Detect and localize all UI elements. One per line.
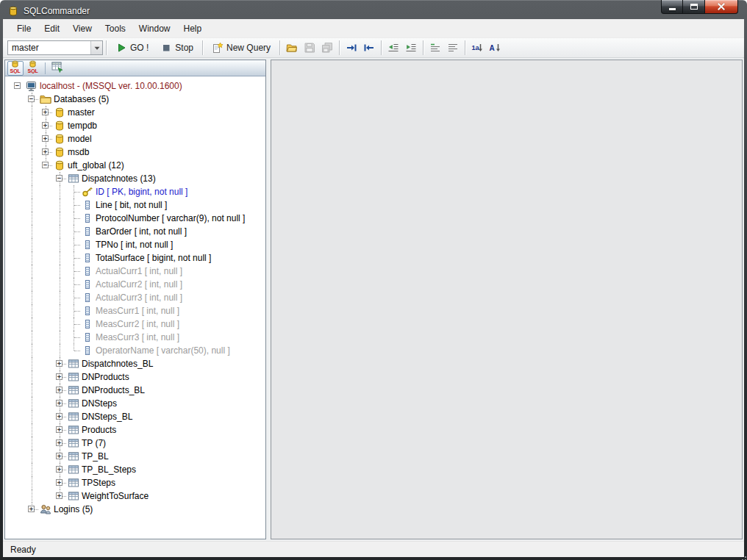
menu-file[interactable]: File: [10, 19, 37, 37]
tree-item[interactable]: +Products: [11, 423, 265, 437]
tree-item[interactable]: +TP (7): [11, 437, 265, 450]
menu-view[interactable]: View: [66, 19, 99, 37]
resize-grip[interactable]: [740, 553, 742, 555]
go-button[interactable]: GO !: [110, 40, 154, 56]
make-lowercase-icon: 1a: [471, 42, 483, 54]
make-uppercase-button[interactable]: A: [486, 40, 504, 56]
tree-item[interactable]: +DNProducts_BL: [11, 384, 265, 397]
tree-item[interactable]: MeasCurr2 [ int, null ]: [11, 317, 265, 331]
tree-item[interactable]: ActualCurr3 [ int, null ]: [11, 291, 265, 304]
expand-toggle[interactable]: +: [42, 135, 49, 142]
tree-item[interactable]: +Dispatchnotes_BL: [11, 357, 265, 370]
expand-toggle[interactable]: +: [56, 400, 62, 406]
save-button: [301, 40, 318, 56]
tree-item[interactable]: −Dispatchnotes (13): [11, 172, 265, 185]
tree-item[interactable]: BarOrder [ int, not null ]: [11, 225, 265, 238]
tree-item[interactable]: +model: [11, 132, 265, 146]
expand-toggle[interactable]: +: [56, 466, 62, 473]
tree-guide: [25, 489, 39, 503]
tree-item-label: TPSteps: [80, 478, 118, 488]
tree-guide: [39, 437, 53, 450]
collapse-toggle[interactable]: −: [14, 82, 21, 89]
tree-guide: [53, 212, 67, 225]
window-controls: [661, 0, 738, 14]
tree-item[interactable]: +master: [11, 106, 265, 119]
tree-guide: [25, 304, 39, 317]
menu-tools[interactable]: Tools: [99, 19, 132, 37]
tree-item[interactable]: +DNSteps: [11, 397, 265, 410]
expand-toggle[interactable]: +: [56, 453, 62, 459]
stop-button[interactable]: Stop: [154, 40, 199, 56]
goto-next-button[interactable]: [343, 40, 360, 56]
tree-item[interactable]: +Logins (5): [11, 503, 265, 516]
expand-toggle[interactable]: +: [56, 426, 62, 433]
tree-item-label: Line [ bit, not null ]: [94, 200, 169, 210]
tree-item[interactable]: +DNProducts: [11, 370, 265, 384]
tree-item[interactable]: +tempdb: [11, 119, 265, 132]
tree-item[interactable]: +WeightToSurface: [11, 489, 265, 503]
collapse-toggle[interactable]: −: [28, 96, 35, 102]
tab-table-browser[interactable]: [49, 61, 65, 76]
expand-toggle[interactable]: +: [56, 373, 62, 380]
tree-item[interactable]: +TP_BL: [11, 450, 265, 463]
expand-toggle[interactable]: +: [56, 413, 62, 420]
tree-item[interactable]: −uft_global (12): [11, 159, 265, 172]
expand-toggle[interactable]: +: [56, 387, 62, 393]
expand-toggle[interactable]: +: [56, 360, 62, 367]
uncomment-lines-button[interactable]: [444, 40, 462, 56]
tree-item[interactable]: MeasCurr1 [ int, null ]: [11, 304, 265, 317]
tree-item[interactable]: ActualCurr1 [ int, null ]: [11, 265, 265, 278]
comment-lines-icon: [429, 42, 441, 54]
tab-sql-connection-2[interactable]: SQL: [25, 61, 41, 76]
goto-previous-button[interactable]: [360, 40, 378, 56]
tree-item[interactable]: ProtocolNumber [ varchar(9), not null ]: [11, 212, 265, 225]
titlebar[interactable]: SQLCommander: [0, 0, 747, 19]
tree-item-label: Databases (5): [52, 94, 111, 104]
tree-item[interactable]: −localhost - (MSSQL ver. 10.00.1600): [11, 79, 265, 93]
menu-help[interactable]: Help: [177, 19, 209, 37]
collapse-toggle[interactable]: −: [42, 162, 49, 168]
expand-toggle[interactable]: +: [42, 148, 49, 155]
tree-item[interactable]: +msdb: [11, 146, 265, 159]
decrease-indent-button[interactable]: [385, 40, 402, 56]
expand-toggle[interactable]: +: [42, 122, 49, 129]
tree-item[interactable]: OperatorName [ varchar(50), null ]: [11, 344, 265, 357]
comment-lines-button[interactable]: [426, 40, 444, 56]
new-query-button[interactable]: New Query: [206, 40, 276, 56]
expand-toggle[interactable]: +: [56, 439, 62, 446]
expand-toggle[interactable]: +: [56, 479, 62, 486]
statusbar: Ready: [3, 541, 744, 557]
expand-toggle[interactable]: +: [42, 109, 49, 115]
collapse-toggle[interactable]: −: [56, 175, 62, 182]
close-button[interactable]: [704, 0, 738, 14]
tree-item[interactable]: Line [ bit, not null ]: [11, 198, 265, 212]
tree-item[interactable]: +TPSteps: [11, 476, 265, 489]
make-lowercase-button[interactable]: 1a: [468, 40, 486, 56]
tree-item[interactable]: TotalSurface [ bigint, not null ]: [11, 251, 265, 265]
table-icon: [67, 450, 80, 462]
tree-guide: [11, 304, 25, 317]
tree-item[interactable]: TPNo [ int, not null ]: [11, 238, 265, 251]
tree-item-label: TPNo [ int, not null ]: [94, 240, 175, 250]
database-dropdown[interactable]: master: [7, 40, 103, 55]
tree-item[interactable]: ActualCurr2 [ int, null ]: [11, 278, 265, 291]
maximize-button[interactable]: [683, 0, 704, 14]
menu-window[interactable]: Window: [132, 19, 177, 37]
column-icon: [81, 279, 94, 290]
expand-toggle[interactable]: +: [28, 506, 35, 512]
minimize-button[interactable]: [661, 0, 683, 14]
tree-item[interactable]: +DNSteps_BL: [11, 410, 265, 423]
tree-item-label: ActualCurr2 [ int, null ]: [94, 279, 185, 290]
open-file-button[interactable]: [283, 40, 301, 56]
increase-indent-button[interactable]: [402, 40, 420, 56]
tree-item[interactable]: MeasCurr3 [ int, null ]: [11, 331, 265, 344]
tree-item[interactable]: +TP_BL_Steps: [11, 463, 265, 476]
menu-edit[interactable]: Edit: [37, 19, 66, 37]
tree-item[interactable]: ID [ PK, bigint, not null ]: [11, 185, 265, 198]
tree-connector: +: [39, 132, 53, 146]
tree-item-label: MeasCurr2 [ int, null ]: [94, 319, 182, 329]
document-area: [271, 60, 743, 539]
expand-toggle[interactable]: +: [56, 492, 62, 499]
tab-sql-connection-1[interactable]: SQL: [7, 61, 24, 76]
tree-item[interactable]: −Databases (5): [11, 93, 265, 106]
